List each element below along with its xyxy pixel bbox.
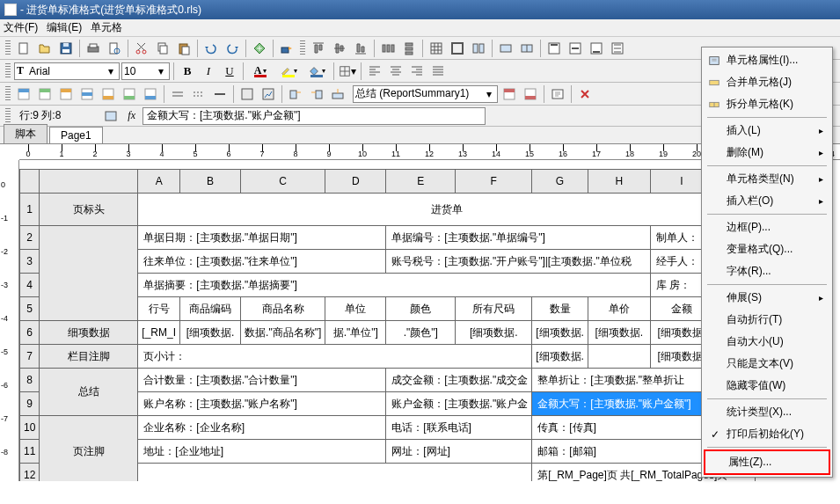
menu-text-only[interactable]: 只能是文本(V) — [704, 353, 830, 375]
bold-button[interactable]: B — [178, 62, 197, 81]
data-cell[interactable]: 商品编码 — [180, 297, 241, 321]
link-btn-1[interactable] — [286, 84, 305, 104]
chevron-down-icon[interactable]: ▾ — [483, 86, 495, 102]
summary-combo[interactable]: 总结 (ReportSummary1) ▾ — [353, 85, 498, 103]
section-btn-1[interactable] — [14, 84, 33, 104]
font-color-button[interactable]: A▾ — [247, 62, 274, 81]
undo-button[interactable] — [201, 39, 221, 58]
row-header[interactable]: 2 — [20, 226, 40, 250]
link-btn-2[interactable] — [307, 84, 326, 104]
data-cell[interactable]: 所有尺码 — [456, 297, 532, 321]
save-button[interactable] — [56, 39, 76, 58]
data-cell[interactable] — [588, 345, 650, 369]
cut-button[interactable] — [132, 39, 151, 58]
linestyle-btn-1[interactable] — [168, 84, 187, 104]
italic-button[interactable]: I — [199, 62, 218, 81]
section-btn-6[interactable] — [120, 84, 139, 104]
section-label[interactable]: 总结 — [40, 369, 138, 416]
row-header[interactable]: 7 — [20, 345, 40, 369]
row-header[interactable]: 6 — [20, 321, 40, 345]
data-cell[interactable]: [细项数据. — [180, 321, 241, 345]
data-cell[interactable]: 合计数量：[主项数据."合计数量"] — [138, 369, 386, 392]
data-cell[interactable]: 数量 — [532, 297, 588, 321]
menu-delete[interactable]: 删除(M) — [704, 142, 830, 164]
data-cell[interactable]: 单据摘要：[主项数据."单据摘要"] — [138, 274, 650, 297]
data-cell[interactable]: 单位 — [325, 297, 386, 321]
menu-cell-props[interactable]: 单元格属性(I)... — [704, 49, 830, 71]
data-cell[interactable]: 单价 — [588, 297, 650, 321]
row-header[interactable]: 8 — [20, 369, 40, 392]
menu-border[interactable]: 边框(P)... — [704, 216, 830, 238]
data-cell[interactable]: 页小计： — [138, 345, 532, 369]
align-center-button[interactable] — [386, 62, 405, 81]
insert-obj-2[interactable] — [259, 84, 278, 104]
col-header[interactable]: B — [180, 170, 241, 194]
data-cell[interactable]: 成交金额：[主项数据."成交金 — [386, 369, 532, 392]
menu-split-cells[interactable]: 拆分单元格(K) — [704, 93, 830, 115]
chevron-down-icon[interactable]: ▾ — [155, 63, 167, 79]
data-cell[interactable]: [细项数据. — [456, 321, 532, 345]
colwidth-button[interactable] — [469, 39, 488, 58]
section-label[interactable]: 页注脚 — [40, 416, 138, 482]
section-btn-5[interactable] — [99, 84, 118, 104]
row-header[interactable]: 10 — [20, 416, 40, 440]
data-cell[interactable]: 账号税号：[主项数据."开户账号"]|[主项数据."单位税 — [386, 250, 651, 274]
merge-button[interactable] — [496, 39, 515, 58]
font-size-combo[interactable]: 10 ▾ — [121, 62, 170, 80]
border-button[interactable] — [448, 39, 467, 58]
dist-v-button[interactable] — [399, 39, 419, 58]
highlight-color-button[interactable]: ▾ — [275, 62, 302, 81]
data-cell[interactable]: 单据日期：[主项数据."单据日期"] — [138, 226, 386, 250]
link-btn-3[interactable] — [328, 84, 347, 104]
data-cell[interactable]: 颜色 — [386, 297, 456, 321]
section-remove-button[interactable] — [521, 84, 540, 104]
report-settings-button[interactable] — [548, 84, 567, 104]
data-cell[interactable]: 单据编号：[主项数据."单据编号"] — [386, 226, 651, 250]
row-header[interactable]: 3 — [20, 250, 40, 274]
copy-button[interactable] — [153, 39, 172, 58]
menu-var-format[interactable]: 变量格式(Q)... — [704, 238, 830, 260]
insert-obj-1[interactable] — [237, 84, 257, 104]
cell-props-button[interactable] — [101, 106, 121, 126]
col-header[interactable]: G — [532, 170, 588, 194]
report-title-cell[interactable]: 进货单 — [138, 194, 756, 226]
grid-button[interactable] — [427, 39, 446, 58]
ruler-vertical[interactable]: 0-1-2-3-4-5-6-7-8 — [0, 160, 19, 481]
cell-bottom-button[interactable] — [587, 39, 606, 58]
tab-page1[interactable]: Page1 — [49, 127, 103, 143]
menu-auto-size[interactable]: 自动大小(U) — [704, 331, 830, 353]
row-header[interactable]: 9 — [20, 392, 40, 416]
section-btn-2[interactable] — [35, 84, 55, 104]
section-btn-3[interactable] — [56, 84, 76, 104]
row-header[interactable]: 11 — [20, 440, 40, 464]
row-header[interactable]: 4 — [20, 274, 40, 297]
section-label[interactable]: 栏目注脚 — [40, 345, 138, 369]
align-bottom-button[interactable] — [351, 39, 370, 58]
menu-insert-col[interactable]: 插入栏(O) — [704, 190, 830, 212]
cell-vcenter-button[interactable] — [566, 39, 585, 58]
col-header[interactable]: A — [138, 170, 180, 194]
delete-button[interactable] — [575, 84, 595, 104]
align-justify-button[interactable] — [428, 62, 448, 81]
section-label[interactable] — [40, 226, 138, 321]
underline-button[interactable]: U — [220, 62, 239, 81]
align-top-button[interactable] — [309, 39, 328, 58]
linestyle-btn-3[interactable] — [210, 84, 230, 104]
find-button[interactable] — [250, 39, 269, 58]
data-cell[interactable]: 数据."商品名称"] — [241, 321, 325, 345]
col-header[interactable]: F — [456, 170, 532, 194]
export-button[interactable] — [277, 39, 296, 58]
row-header[interactable]: 1 — [20, 194, 40, 226]
linestyle-btn-2[interactable] — [189, 84, 208, 104]
col-header[interactable]: D — [325, 170, 386, 194]
data-cell[interactable]: 电话：[联系电话] — [386, 416, 532, 440]
font-family-combo[interactable]: T Arial ▾ — [14, 62, 120, 80]
new-button[interactable] — [14, 39, 33, 58]
split-button[interactable] — [517, 39, 537, 58]
redo-button[interactable] — [223, 39, 242, 58]
col-header[interactable]: E — [386, 170, 456, 194]
menu-cell[interactable]: 单元格 — [91, 20, 122, 35]
data-cell[interactable]: 往来单位：[主项数据."往来单位"] — [138, 250, 386, 274]
menu-cell-type[interactable]: 单元格类型(N) — [704, 168, 830, 190]
preview-button[interactable] — [105, 39, 124, 58]
